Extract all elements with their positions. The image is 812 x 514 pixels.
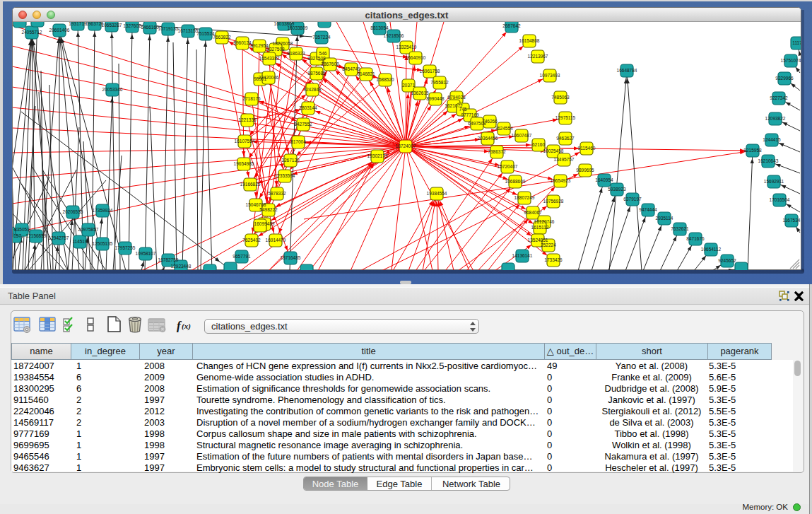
svg-text:10653287: 10653287 [102,23,122,28]
svg-text:252224: 252224 [541,243,556,247]
svg-text:2867608: 2867608 [321,62,339,66]
svg-text:17957255: 17957255 [115,245,136,250]
svg-text:8471676: 8471676 [686,236,705,241]
svg-text:9329966: 9329966 [775,76,794,81]
svg-text:15716485: 15716485 [281,255,301,260]
svg-text:9899695: 9899695 [576,168,594,173]
svg-text:19384554: 19384554 [427,191,447,196]
svg-text:7485063: 7485063 [551,95,570,100]
svg-text:12353594: 12353594 [275,173,295,178]
svg-text:8960124: 8960124 [233,40,252,45]
svg-text:817004: 817004 [290,139,306,144]
svg-text:7632621: 7632621 [671,226,689,231]
svg-text:12505135: 12505135 [93,241,113,246]
svg-text:9227342: 9227342 [770,95,788,100]
svg-text:1362615: 1362615 [411,90,429,95]
svg-text:10025458: 10025458 [543,148,564,153]
svg-text:1244415: 1244415 [763,137,781,142]
svg-text:12093822: 12093822 [765,116,786,121]
svg-text:16154808: 16154808 [519,38,540,43]
svg-text:9777169: 9777169 [461,112,479,117]
svg-text:20371: 20371 [402,83,415,88]
svg-text:9915: 9915 [4,230,14,235]
svg-text:6379197: 6379197 [623,197,642,201]
svg-text:9474444: 9474444 [639,207,657,212]
svg-text:17359924: 17359924 [93,208,113,213]
svg-text:19302173: 19302173 [367,153,388,158]
svg-text:12923448: 12923448 [171,264,192,269]
svg-text:1327602: 1327602 [123,23,141,28]
svg-text:835051: 835051 [14,227,30,232]
svg-text:3624554: 3624554 [495,126,513,131]
svg-text:3267130: 3267130 [281,158,300,163]
svg-text:18226058: 18226058 [273,41,293,46]
svg-text:14136141: 14136141 [512,253,533,258]
svg-text:2803144: 2803144 [299,105,317,110]
svg-text:10607487: 10607487 [512,133,532,138]
svg-text:9684067: 9684067 [524,210,542,215]
svg-text:13325419: 13325419 [396,45,417,49]
svg-text:114519: 114519 [72,239,88,244]
svg-text:9875685: 9875685 [307,71,326,76]
svg-text:19654923: 19654923 [551,178,571,183]
svg-text:12213967: 12213967 [528,54,548,59]
svg-text:20364456: 20364456 [478,136,498,141]
svg-text:16543382: 16543382 [259,56,280,61]
svg-text:9327508: 9327508 [307,56,326,61]
svg-text:5878332: 5878332 [268,191,286,196]
svg-text:13524851: 13524851 [528,238,548,243]
svg-text:9115460: 9115460 [578,146,596,151]
svg-text:745: 745 [459,107,467,112]
svg-text:17016504: 17016504 [770,197,790,202]
svg-text:10756928: 10756928 [543,199,564,204]
svg-text:8215958: 8215958 [743,148,762,153]
svg-text:1733426: 1733426 [544,257,563,262]
svg-text:1588520: 1588520 [376,77,394,82]
svg-text:9657791: 9657791 [233,254,251,259]
svg-text:2718176: 2718176 [242,96,261,101]
svg-text:1931719: 1931719 [69,21,87,26]
svg-text:5938923: 5938923 [608,187,626,192]
svg-text:18724007: 18724007 [396,144,416,148]
svg-text:7955812: 7955812 [430,80,449,85]
svg-text:20691406: 20691406 [49,28,70,33]
svg-text:8813054: 8813054 [370,25,389,30]
svg-text:13495757: 13495757 [554,157,575,162]
svg-text:10688609: 10688609 [505,179,526,184]
svg-text:7515524: 7515524 [196,31,215,36]
svg-text:22420046: 22420046 [259,75,279,80]
svg-text:12975115: 12975115 [555,115,576,120]
svg-text:1117: 1117 [792,40,802,45]
svg-text:16099489: 16099489 [254,221,275,226]
svg-text:10654112: 10654112 [701,247,722,252]
svg-text:6466160: 6466160 [141,25,159,30]
svg-text:9327508: 9327508 [266,47,285,52]
svg-text:1167534: 1167534 [783,218,801,223]
svg-text:15046768: 15046768 [246,202,266,207]
svg-text:8454749: 8454749 [342,66,360,71]
svg-text:8427552: 8427552 [294,122,312,127]
svg-text:10719135: 10719135 [158,26,179,31]
svg-text:1640954: 1640954 [595,177,613,182]
svg-text:15720407: 15720407 [498,164,518,169]
svg-text:9146821: 9146821 [357,71,375,76]
svg-text:7386372: 7386372 [488,149,506,154]
svg-text:546: 546 [319,51,327,56]
svg-text:16033809: 16033809 [288,25,308,30]
svg-text:16210643: 16210643 [758,158,779,163]
svg-text:5498222: 5498222 [259,207,278,212]
svg-text:19166825: 19166825 [240,182,261,187]
svg-text:1615112: 1615112 [531,225,549,230]
svg-text:62160: 62160 [532,142,545,147]
svg-text:746266: 746266 [482,119,498,124]
svg-text:7625402: 7625402 [242,238,261,243]
svg-text:16782759: 16782759 [158,257,179,262]
svg-text:20206535: 20206535 [63,209,83,214]
svg-text:20053346: 20053346 [102,87,123,92]
svg-text:9463627: 9463627 [556,136,575,141]
svg-text:10958107: 10958107 [136,251,156,256]
svg-text:8912954: 8912954 [250,43,269,48]
svg-text:9245652: 9245652 [718,258,736,263]
svg-text:24055712: 24055712 [22,30,42,35]
svg-text:19218506: 19218506 [384,33,404,38]
